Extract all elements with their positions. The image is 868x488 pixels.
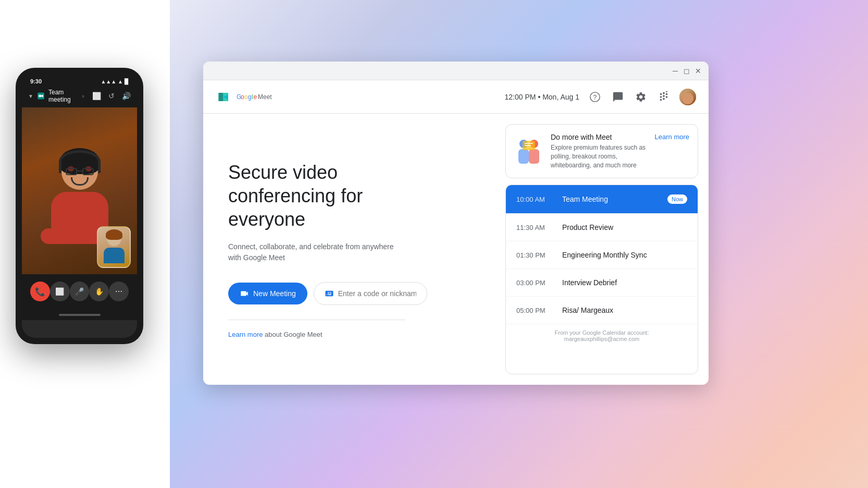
svg-rect-18 xyxy=(529,149,539,164)
meeting-name: Team Meeting xyxy=(562,195,659,203)
screen-share-button[interactable]: ⬜ xyxy=(50,282,70,301)
video-camera-icon xyxy=(240,289,249,298)
end-call-button[interactable]: 📞 xyxy=(30,282,50,301)
promo-banner: Do more with Meet Explore premium featur… xyxy=(505,124,698,178)
close-button[interactable]: ✕ xyxy=(695,68,701,74)
phone-top-bar: ▼ Team meeting › ⬜ ↺ 🔊 xyxy=(22,87,137,107)
meet-logo-svg: G o o g l e Meet xyxy=(237,89,289,105)
svg-text:?: ? xyxy=(593,93,597,101)
svg-text:e: e xyxy=(254,93,257,101)
meetings-list: 10:00 AM Team Meeting Now 11:30 AM Produ… xyxy=(505,185,698,374)
feedback-button[interactable] xyxy=(611,90,625,104)
help-button[interactable]: ? xyxy=(588,90,602,104)
svg-text:o: o xyxy=(241,93,244,101)
phone-status-icons: ▲▲▲ ▲ ▉ xyxy=(101,79,129,84)
meet-right-panel: Do more with Meet Explore premium featur… xyxy=(505,114,709,385)
hand-raise-button[interactable]: ✋ xyxy=(89,282,109,301)
volume-icon[interactable]: 🔊 xyxy=(122,92,131,100)
rotate-icon[interactable]: ↺ xyxy=(108,92,115,100)
signal-icon: ▲▲▲ xyxy=(101,79,116,84)
svg-text:Meet: Meet xyxy=(258,93,272,101)
learn-more-text: Learn more about Google Meet xyxy=(228,331,480,338)
meeting-time: 11:30 AM xyxy=(516,224,554,231)
home-bar xyxy=(59,314,101,316)
meeting-name: Engineering Monthly Sync xyxy=(562,251,687,259)
promo-learn-more-link[interactable]: Learn more xyxy=(655,133,689,141)
meeting-name: Interview Debrief xyxy=(562,278,687,287)
now-badge: Now xyxy=(667,194,687,204)
thumbnail-video xyxy=(97,226,131,268)
chevron-right-icon: › xyxy=(82,93,84,99)
meet-header-right: 12:00 PM • Mon, Aug 1 ? xyxy=(505,89,696,105)
meet-subtitle: Connect, collaborate, and celebrate from… xyxy=(228,241,405,263)
svg-text:g: g xyxy=(248,93,252,101)
phone-meeting-label: Team meeting xyxy=(48,89,77,103)
svg-rect-17 xyxy=(518,149,529,164)
promo-description: Explore premium features such as polling… xyxy=(551,143,648,169)
code-input[interactable] xyxy=(338,289,416,298)
chevron-down-icon: ▼ xyxy=(28,93,33,99)
meeting-item[interactable]: 01:30 PM Engineering Monthly Sync xyxy=(506,241,698,269)
promo-text-area: Do more with Meet Explore premium featur… xyxy=(551,133,648,169)
learn-more-link[interactable]: Learn more xyxy=(228,331,265,338)
phone-video-area xyxy=(22,107,137,274)
meeting-name: Risa/ Margeaux xyxy=(562,306,687,314)
meet-tagline: Secure video conferencing for everyone xyxy=(228,161,426,231)
phone-time: 9:30 xyxy=(30,78,42,84)
promo-title: Do more with Meet xyxy=(551,133,648,141)
calendar-footer: From your Google Calendar account: marge… xyxy=(506,324,698,347)
divider xyxy=(228,320,405,320)
browser-window: ─ ◻ ✕ xyxy=(203,62,709,385)
mic-button[interactable]: 🎤 xyxy=(70,282,90,301)
meeting-time: 05:00 PM xyxy=(516,307,554,314)
meet-actions: New Meeting xyxy=(228,282,480,305)
meet-left-panel: Secure video conferencing for everyone C… xyxy=(203,114,505,385)
main-video-person xyxy=(22,107,137,274)
meeting-time: 01:30 PM xyxy=(516,251,554,259)
more-options-button[interactable]: ⋯ xyxy=(109,282,129,301)
minimize-button[interactable]: ─ xyxy=(672,68,678,74)
svg-text:o: o xyxy=(244,93,248,101)
apps-button[interactable] xyxy=(656,90,671,104)
thumbnail-person xyxy=(98,227,130,267)
phone-home-indicator xyxy=(22,312,137,320)
phone-screen: 9:30 ▲▲▲ ▲ ▉ ▼ Team meeting › xyxy=(22,74,137,338)
meeting-item[interactable]: 10:00 AM Team Meeting Now xyxy=(506,185,698,214)
phone-controls: 📞 ⬜ 🎤 ✋ ⋯ xyxy=(22,274,137,312)
enter-code-button[interactable] xyxy=(314,282,427,305)
battery-icon: ▉ xyxy=(125,79,129,84)
maximize-button[interactable]: ◻ xyxy=(684,68,690,74)
meet-logo-icon xyxy=(216,89,232,105)
phone-frame: 9:30 ▲▲▲ ▲ ▉ ▼ Team meeting › xyxy=(16,68,143,344)
new-meeting-button[interactable]: New Meeting xyxy=(228,283,307,304)
meet-header: G o o g l e Meet 12:00 PM • Mon, Aug 1 ? xyxy=(203,80,709,114)
phone-mockup: 9:30 ▲▲▲ ▲ ▉ ▼ Team meeting › xyxy=(16,68,143,344)
meet-mini-icon xyxy=(38,91,44,101)
wifi-icon: ▲ xyxy=(118,79,123,84)
cast-icon[interactable]: ⬜ xyxy=(92,92,101,100)
phone-status-bar: 9:30 ▲▲▲ ▲ ▉ xyxy=(22,74,137,87)
meet-app: G o o g l e Meet 12:00 PM • Mon, Aug 1 ? xyxy=(203,80,709,385)
promo-svg xyxy=(514,137,543,166)
meet-logo: G o o g l e Meet xyxy=(216,89,289,105)
meeting-name: Product Review xyxy=(562,223,687,231)
meeting-item[interactable]: 11:30 AM Product Review xyxy=(506,214,698,241)
new-meeting-label: New Meeting xyxy=(253,289,296,298)
meeting-time: 10:00 AM xyxy=(516,196,554,203)
svg-text:l: l xyxy=(252,93,253,101)
meeting-time: 03:00 PM xyxy=(516,279,554,287)
keyboard-icon xyxy=(325,289,334,298)
meeting-item[interactable]: 03:00 PM Interview Debrief xyxy=(506,269,698,297)
settings-button[interactable] xyxy=(634,90,648,104)
browser-titlebar: ─ ◻ ✕ xyxy=(203,62,709,80)
meet-main: Secure video conferencing for everyone C… xyxy=(203,114,709,385)
meeting-item[interactable]: 05:00 PM Risa/ Margeaux xyxy=(506,297,698,324)
user-avatar[interactable] xyxy=(679,89,696,105)
promo-illustration xyxy=(514,137,543,166)
header-datetime: 12:00 PM • Mon, Aug 1 xyxy=(505,93,579,101)
